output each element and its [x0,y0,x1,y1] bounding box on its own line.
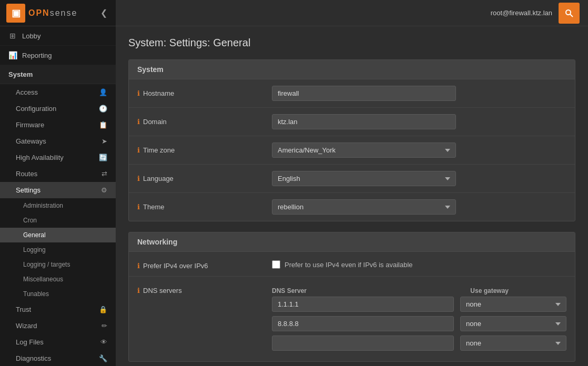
dns-control-col: DNS Server Use gateway none WAN_DHCP WAN… [272,283,566,355]
sidebar-item-settings[interactable]: Settings ⚙ [0,182,116,198]
timezone-label: Time zone [143,146,175,154]
sidebar-header: ▣ OPNsense ❮ [0,0,116,26]
language-label: Language [143,175,174,182]
system-label: System [8,70,33,78]
theme-select[interactable]: rebellion light dark [272,199,456,215]
networking-card-body: ℹ Prefer IPv4 over IPv6 Prefer to use IP… [129,252,575,361]
system-card-body: ℹ Hostname ℹ Domain [129,79,575,221]
dns-server-input-0[interactable] [272,297,454,312]
timezone-info-icon[interactable]: ℹ [137,146,140,154]
trust-icon: 🔒 [99,306,107,313]
hostname-row: ℹ Hostname [129,79,575,108]
language-row: ℹ Language English French German Spanish [129,165,575,193]
sidebar-item-settings-label: Settings [16,186,40,194]
sidebar-item-ha-label: High Availability [16,154,64,161]
language-select[interactable]: English French German Spanish [272,171,456,186]
dns-server-col-header: DNS Server [272,287,464,294]
sidebar-toggle-button[interactable]: ❮ [98,6,109,20]
lobby-icon: ⊞ [8,32,17,40]
sidebar-item-configuration[interactable]: Configuration 🕐 [0,100,116,117]
sidebar-item-wizard-label: Wizard [16,322,37,330]
sidebar-item-access-label: Access [16,88,38,96]
timezone-control-col: America/New_York UTC America/Los_Angeles… [272,143,566,158]
domain-info-icon[interactable]: ℹ [137,118,140,126]
sidebar-item-logging[interactable]: Logging [0,242,116,257]
theme-label-col: ℹ Theme [137,199,263,211]
sidebar-item-access[interactable]: Access 👤 [0,84,116,100]
log-files-icon: 👁 [100,338,107,346]
sidebar-item-miscellaneous[interactable]: Miscellaneous [0,272,116,287]
logo: ▣ OPNsense [6,4,77,23]
dns-server-input-2[interactable] [272,336,454,351]
timezone-label-col: ℹ Time zone [137,143,263,154]
prefer-ipv4-row: ℹ Prefer IPv4 over IPv6 Prefer to use IP… [129,252,575,277]
prefer-ipv4-label: Prefer IPv4 over IPv6 [143,262,208,270]
sidebar-item-routes-label: Routes [16,170,37,178]
dns-gateway-select-0[interactable]: none WAN_DHCP WAN_DHCP6 [460,297,566,312]
sidebar-item-lobby[interactable]: ⊞ Lobby [0,26,116,46]
logo-icon: ▣ [6,4,25,23]
sidebar-item-wizard[interactable]: Wizard ✏ [0,318,116,334]
sidebar-item-lobby-label: Lobby [22,32,40,40]
sidebar-item-cron[interactable]: Cron [0,213,116,228]
access-icon: 👤 [99,88,107,96]
search-button[interactable] [559,3,580,24]
domain-label: Domain [143,118,167,126]
timezone-row: ℹ Time zone America/New_York UTC America… [129,136,575,165]
language-info-icon[interactable]: ℹ [137,175,140,182]
theme-control-col: rebellion light dark [272,199,566,215]
dns-label: DNS servers [143,287,182,294]
sidebar-item-diagnostics-label: Diagnostics [16,354,51,362]
theme-label: Theme [143,203,164,211]
sidebar-item-configuration-label: Configuration [16,105,56,113]
sidebar-item-diagnostics[interactable]: Diagnostics 🔧 [0,350,116,366]
svg-line-1 [570,14,573,17]
theme-info-icon[interactable]: ℹ [137,203,140,211]
dns-info-icon[interactable]: ℹ [137,287,140,294]
system-card: System ℹ Hostname ℹ Domain [128,59,575,221]
prefer-ipv4-checkbox-row: Prefer to use IPv4 even if IPv6 is avail… [272,258,566,269]
prefer-ipv4-checkbox[interactable] [272,260,280,269]
hostname-input[interactable] [272,86,456,101]
system-card-header: System [129,60,575,79]
dns-header: DNS Server Use gateway [272,283,566,297]
sidebar-item-general[interactable]: General [0,228,116,242]
hostname-control-col [272,86,566,101]
sidebar-item-log-files[interactable]: Log Files 👁 [0,334,116,350]
wizard-icon: ✏ [102,322,107,330]
domain-input[interactable] [272,114,456,129]
prefer-ipv4-control-col: Prefer to use IPv4 even if IPv6 is avail… [272,258,566,269]
hostname-info-icon[interactable]: ℹ [137,89,140,97]
sidebar-item-firmware[interactable]: Firmware 📋 [0,117,116,133]
sidebar-item-logging-targets[interactable]: Logging / targets [0,257,116,272]
sidebar-item-log-files-label: Log Files [16,338,44,346]
dns-gateway-select-2[interactable]: none WAN_DHCP WAN_DHCP6 [460,336,566,351]
routes-icon: ⇄ [102,170,107,178]
domain-row: ℹ Domain [129,108,575,136]
sidebar-item-high-availability[interactable]: High Availability 🔄 [0,149,116,166]
hostname-label: Hostname [143,89,174,97]
sidebar-item-gateways[interactable]: Gateways ➤ [0,133,116,149]
ha-icon: 🔄 [99,154,107,161]
dns-server-input-1[interactable] [272,316,454,331]
reporting-icon: 📊 [8,51,17,59]
prefer-ipv4-info-icon[interactable]: ℹ [137,262,140,270]
topbar-user: root@firewall.ktz.lan [491,9,552,17]
sidebar-item-firmware-label: Firmware [16,121,44,129]
timezone-select[interactable]: America/New_York UTC America/Los_Angeles… [272,143,456,158]
sidebar-item-trust[interactable]: Trust 🔒 [0,301,116,318]
dns-gateway-select-1[interactable]: none WAN_DHCP WAN_DHCP6 [460,316,566,331]
configuration-icon: 🕐 [99,105,107,113]
networking-card: Networking ℹ Prefer IPv4 over IPv6 Prefe… [128,232,575,362]
hostname-label-col: ℹ Hostname [137,86,263,97]
theme-row: ℹ Theme rebellion light dark [129,193,575,221]
sidebar-item-reporting[interactable]: 📊 Reporting [0,46,116,65]
sidebar-item-reporting-label: Reporting [22,52,52,59]
sidebar-item-routes[interactable]: Routes ⇄ [0,166,116,182]
sidebar-item-administration[interactable]: Administration [0,198,116,213]
prefer-ipv4-description: Prefer to use IPv4 even if IPv6 is avail… [285,261,413,269]
domain-control-col [272,114,566,129]
dns-row-0: none WAN_DHCP WAN_DHCP6 [272,297,566,312]
firmware-icon: 📋 [99,121,107,129]
sidebar-item-tunables[interactable]: Tunables [0,287,116,301]
